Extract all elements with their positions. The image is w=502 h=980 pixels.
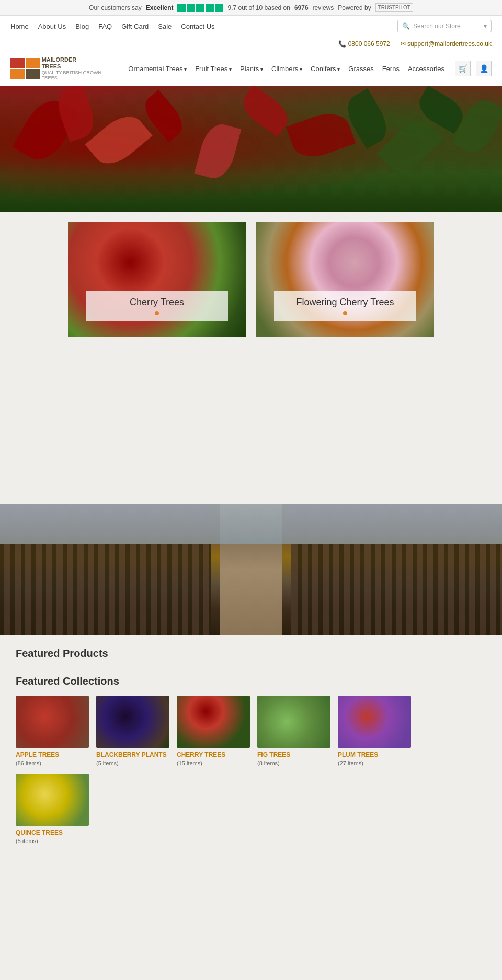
middle-section (0, 348, 502, 504)
email-address: support@mailordertrees.co.uk (407, 40, 492, 48)
fig-trees-count: (8 items) (257, 760, 330, 766)
sky-area (0, 504, 502, 544)
farm-rows-left (0, 544, 211, 635)
collection-quince-trees[interactable]: QUINCE TREES (5 items) (16, 774, 89, 844)
nav-giftcard[interactable]: Gift Card (121, 22, 149, 30)
search-placeholder: Search our Store (413, 22, 461, 30)
logo[interactable]: MAILORDER TREES QUALITY BRITISH GROWN TR… (10, 56, 118, 80)
apple-trees-title: APPLE TREES (16, 751, 89, 758)
fig-trees-title: FIG TREES (257, 751, 330, 758)
nav-about[interactable]: About Us (38, 22, 66, 30)
logo-nav-bar: MAILORDER TREES QUALITY BRITISH GROWN TR… (0, 51, 502, 86)
phone-icon: 📞 (338, 40, 346, 48)
plum-trees-count: (27 items) (338, 760, 411, 766)
email-icon: ✉ (401, 40, 406, 48)
collection-plum-trees[interactable]: PLUM TREES (27 items) (338, 696, 411, 766)
nav-grasses[interactable]: Grasses (348, 65, 373, 73)
nav-accessories[interactable]: Accessories (408, 65, 444, 73)
logo-sq-red (10, 58, 25, 68)
collections-grid: APPLE TREES (86 items) BLACKBERRY PLANTS… (16, 696, 486, 844)
nav-conifers[interactable]: Conifers (311, 65, 340, 73)
blackberry-plants-count: (5 items) (96, 760, 169, 766)
featured-products-heading: Featured Products (16, 648, 486, 660)
nav-fruit-trees[interactable]: Fruit Trees (195, 65, 232, 73)
flowering-cherry-trees-title: Flowering Cherry Trees (290, 297, 401, 308)
review-count: 6976 (294, 4, 309, 11)
farm-rows-right (291, 544, 502, 635)
logo-sq-brown (26, 69, 40, 79)
powered-text: Powered by (338, 4, 371, 11)
nav-ferns[interactable]: Ferns (382, 65, 400, 73)
search-box[interactable]: 🔍 Search our Store ▾ (397, 20, 492, 32)
nav-faq[interactable]: FAQ (98, 22, 112, 30)
rating-text: 9.7 out of 10 based on (227, 4, 290, 11)
cherry-trees-coll-title: CHERRY TREES (177, 751, 250, 758)
cherry-trees-coll-image (177, 696, 250, 748)
apple-trees-count: (86 items) (16, 760, 89, 766)
hero-banner-inner (0, 86, 502, 212)
star-5 (215, 4, 223, 12)
blackberry-plants-image (96, 696, 169, 748)
leaf-decoration-5 (195, 121, 242, 182)
top-bar: Our customers say Excellent 9.7 out of 1… (0, 0, 502, 16)
collection-fig-trees[interactable]: FIG TREES (8 items) (257, 696, 330, 766)
search-dropdown-icon: ▾ (484, 22, 487, 30)
star-4 (206, 4, 214, 12)
flowering-cherry-trees-card[interactable]: Flowering Cherry Trees (256, 222, 434, 337)
logo-sq-orange-bottom (10, 69, 25, 79)
cherry-trees-dot (155, 311, 159, 315)
nav-sale[interactable]: Sale (158, 22, 172, 30)
fig-trees-image (257, 696, 330, 748)
excellent-text: Excellent (146, 4, 174, 11)
collection-blackberry-plants[interactable]: BLACKBERRY PLANTS (5 items) (96, 696, 169, 766)
nav-blog[interactable]: Blog (75, 22, 89, 30)
icon-bar: 🛒 👤 (455, 61, 492, 76)
logo-squares (10, 58, 40, 79)
leaf-decoration-9 (376, 113, 443, 180)
quince-trees-count: (5 items) (16, 838, 89, 844)
logo-name-line1: MAILORDER (42, 56, 118, 63)
logo-text-block: MAILORDER TREES QUALITY BRITISH GROWN TR… (42, 56, 118, 80)
star-3 (196, 4, 204, 12)
logo-name-line2: TREES (42, 63, 118, 70)
phone-contact[interactable]: 📞 0800 066 5972 (338, 40, 390, 48)
hero-banner (0, 86, 502, 212)
featured-collections-section: Featured Collections APPLE TREES (86 ite… (0, 675, 502, 860)
featured-collections-heading: Featured Collections (16, 675, 486, 687)
customers-say-text: Our customers say (89, 4, 142, 11)
collection-apple-trees[interactable]: APPLE TREES (86 items) (16, 696, 89, 766)
nav-contact[interactable]: Contact Us (181, 22, 214, 30)
leaf-decoration-6 (237, 86, 294, 137)
email-contact[interactable]: ✉ support@mailordertrees.co.uk (401, 40, 492, 48)
trustpilot-logo: TRUSTPILOT (375, 3, 413, 12)
nav-home[interactable]: Home (10, 22, 29, 30)
plum-trees-image (338, 696, 411, 748)
flowering-cherry-trees-dot (343, 311, 347, 315)
phone-number: 0800 066 5972 (348, 40, 390, 48)
apple-trees-image (16, 696, 89, 748)
leaf-decoration-3 (85, 108, 152, 172)
nav-ornamental-trees[interactable]: Ornamental Trees (128, 65, 187, 73)
logo-sq-orange-top (26, 58, 40, 68)
contact-bar: 📞 0800 066 5972 ✉ support@mailordertrees… (0, 37, 502, 51)
cart-button[interactable]: 🛒 (455, 61, 471, 76)
logo-tagline: QUALITY BRITISH GROWN TREES (42, 70, 118, 80)
quince-trees-title: QUINCE TREES (16, 829, 89, 836)
nav-plants[interactable]: Plants (240, 65, 263, 73)
flowering-cherry-trees-overlay: Flowering Cherry Trees (274, 291, 416, 321)
search-icon: 🔍 (402, 22, 410, 30)
farm-banner (0, 504, 502, 635)
star-rating (177, 4, 223, 12)
trustpilot-label: TRUSTPILOT (378, 5, 410, 10)
leaf-decoration-11 (452, 95, 502, 159)
reviews-label: reviews (313, 4, 334, 11)
collection-cherry-trees[interactable]: CHERRY TREES (15 items) (177, 696, 250, 766)
account-button[interactable]: 👤 (476, 61, 492, 76)
cherry-trees-overlay: Cherry Trees (86, 291, 228, 321)
nav-climbers[interactable]: Climbers (271, 65, 302, 73)
nav-bar: Home About Us Blog FAQ Gift Card Sale Co… (0, 16, 502, 37)
blackberry-plants-title: BLACKBERRY PLANTS (96, 751, 169, 758)
cherry-trees-title: Cherry Trees (101, 297, 212, 308)
leaf-decoration-7 (286, 107, 356, 164)
cherry-trees-card[interactable]: Cherry Trees (68, 222, 246, 337)
